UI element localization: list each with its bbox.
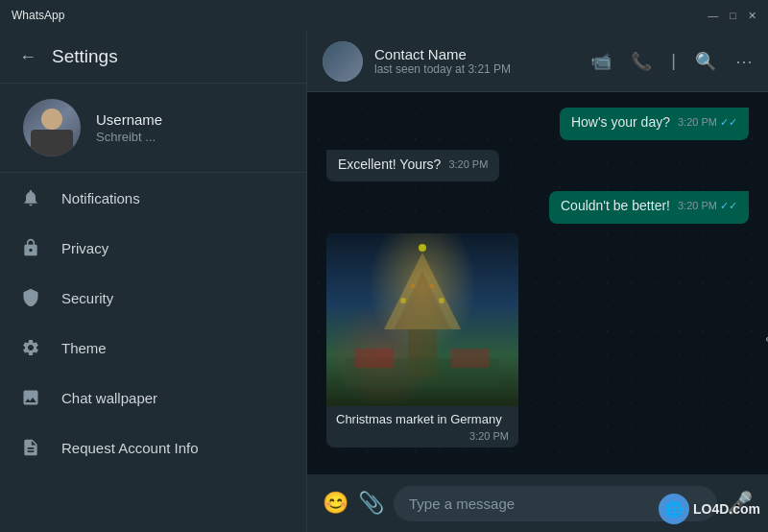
contact-info: Contact Name last seen today at 3:21 PM (374, 46, 511, 76)
image-time: 3:20 PM (326, 430, 518, 447)
sidebar-item-theme[interactable]: Theme (0, 323, 306, 373)
message-text: Excellent! Yours? (338, 157, 441, 172)
avatar-image (23, 99, 81, 157)
sidebar-item-privacy[interactable]: Privacy (0, 223, 306, 273)
window-controls[interactable]: — □ ✕ (708, 10, 756, 22)
image-thumbnail (326, 233, 518, 406)
chat-header: Contact Name last seen today at 3:21 PM … (307, 31, 768, 92)
svg-point-4 (439, 298, 444, 303)
voice-call-icon[interactable]: 📞 (631, 51, 652, 72)
message-row: Couldn't be better! 3:20 PM ✓✓ (326, 191, 749, 224)
app-title: WhatsApp (12, 9, 64, 22)
svg-point-3 (400, 298, 406, 303)
settings-title: Settings (52, 46, 118, 67)
chat-actions: 📹 📞 | 🔍 ⋯ (590, 51, 753, 72)
svg-point-6 (430, 284, 434, 288)
sidebar: ← Settings Username Schreibt ... (0, 31, 307, 532)
sent-bubble: How's your day? 3:20 PM ✓✓ (560, 108, 749, 140)
message-time: 3:20 PM (448, 157, 488, 172)
contact-avatar (323, 41, 363, 82)
image-icon (19, 386, 42, 409)
gear-icon (19, 336, 42, 359)
message-row: How's your day? 3:20 PM ✓✓ (326, 108, 749, 140)
settings-menu: Notifications Privacy Security Theme (0, 173, 306, 532)
minimize-button[interactable]: — (708, 10, 718, 22)
profile-section[interactable]: Username Schreibt ... (0, 84, 306, 173)
titlebar: WhatsApp — □ ✕ (0, 0, 768, 31)
sidebar-item-chat-wallpaper[interactable]: Chat wallpaper (0, 373, 306, 423)
message-text: Couldn't be better! (561, 198, 670, 213)
message-row: Christmas market in Germany 3:20 PM ↪ (326, 233, 749, 447)
more-options-icon[interactable]: ⋯ (735, 51, 753, 72)
settings-header: ← Settings (0, 31, 306, 84)
divider: | (671, 51, 676, 71)
chat-panel: Contact Name last seen today at 3:21 PM … (307, 31, 768, 532)
sidebar-item-request-account[interactable]: Request Account Info (0, 423, 306, 472)
message-time: 3:20 PM ✓✓ (678, 115, 737, 130)
security-label: Security (61, 290, 113, 306)
sidebar-item-security[interactable]: Security (0, 273, 306, 323)
svg-rect-10 (451, 349, 490, 368)
notifications-label: Notifications (61, 190, 140, 206)
back-button[interactable]: ← (19, 47, 36, 67)
chat-header-info: Contact Name last seen today at 3:21 PM (323, 41, 511, 82)
svg-point-7 (419, 244, 426, 252)
watermark-logo: 🌐 (659, 494, 689, 524)
emoji-icon[interactable]: 😊 (323, 491, 348, 516)
theme-label: Theme (61, 340, 107, 356)
maximize-button[interactable]: □ (730, 10, 736, 22)
profile-name: Username (96, 111, 162, 128)
sent-bubble: Couldn't be better! 3:20 PM ✓✓ (549, 191, 749, 224)
close-button[interactable]: ✕ (748, 10, 756, 22)
message-row: Excellent! Yours? 3:20 PM (326, 150, 749, 182)
avatar (23, 99, 81, 157)
chat-wallpaper-label: Chat wallpaper (61, 390, 157, 406)
attachment-icon[interactable]: 📎 (358, 491, 384, 516)
bell-icon (19, 186, 42, 209)
doc-icon (19, 436, 42, 459)
message-time: 3:20 PM ✓✓ (678, 199, 737, 213)
messages-area: How's your day? 3:20 PM ✓✓ Excellent! Yo… (307, 92, 768, 474)
privacy-label: Privacy (61, 240, 108, 256)
request-account-label: Request Account Info (61, 440, 199, 456)
shield-icon (19, 286, 42, 309)
contact-name: Contact Name (374, 46, 511, 62)
lock-icon (19, 236, 42, 259)
message-text: How's your day? (571, 114, 670, 130)
app-body: ← Settings Username Schreibt ... (0, 31, 768, 532)
contact-last-seen: last seen today at 3:21 PM (374, 62, 511, 76)
sidebar-item-notifications[interactable]: Notifications (0, 173, 306, 223)
svg-rect-9 (355, 349, 394, 368)
watermark-text: LO4D.com (693, 501, 760, 517)
profile-info: Username Schreibt ... (96, 111, 162, 144)
profile-status: Schreibt ... (96, 130, 162, 144)
video-call-icon[interactable]: 📹 (590, 51, 612, 72)
image-caption: Christmas market in Germany (326, 406, 518, 430)
received-bubble: Excellent! Yours? 3:20 PM (326, 150, 499, 182)
image-bubble: Christmas market in Germany 3:20 PM (326, 233, 518, 447)
search-icon[interactable]: 🔍 (695, 51, 716, 72)
svg-point-5 (411, 284, 415, 288)
watermark: 🌐 LO4D.com (659, 494, 760, 524)
